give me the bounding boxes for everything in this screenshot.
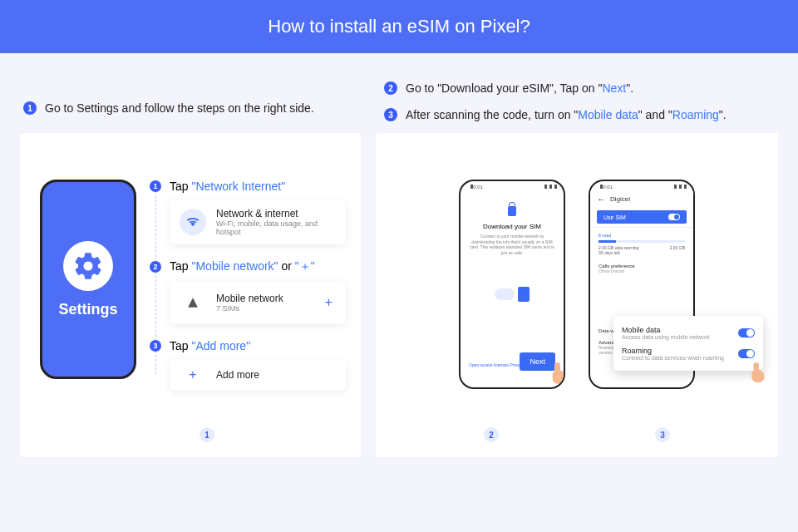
step-text: After scanning the code, turn on "Mobile…: [406, 108, 727, 121]
substep-3: 3 Tap "Add more" + Add more: [150, 339, 346, 391]
panel-badge-3: 3: [655, 427, 670, 442]
step-1: 1 Go to Settings and follow the steps on…: [23, 101, 364, 115]
step-3: 3 After scanning the code, turn on "Mobi…: [384, 108, 775, 121]
substep-1: 1 Tap "Network Internet" Network & inter…: [150, 180, 346, 244]
lock-icon: [508, 206, 516, 216]
calls-preference-row[interactable]: Calls preferenceChina Unicom: [590, 260, 693, 277]
wifi-icon: [180, 209, 206, 235]
page-title: How to install an eSIM on Pixel?: [268, 16, 530, 37]
panel-1: Settings 1 Tap "Network Internet" Networ…: [20, 133, 361, 457]
roaming-row[interactable]: RoamingConnect to data services when roa…: [622, 343, 755, 364]
status-bar: 10:01: [461, 181, 564, 191]
back-arrow-icon: ←: [597, 195, 605, 204]
pointing-hand-icon: [748, 361, 770, 382]
signal-icon: [180, 289, 206, 316]
substeps: 1 Tap "Network Internet" Network & inter…: [150, 180, 346, 457]
step-number: 1: [23, 101, 37, 115]
step-text: Go to Settings and follow the steps on t…: [45, 101, 314, 115]
use-sim-row[interactable]: Use SIM: [597, 210, 687, 224]
data-usage-section: 8 used 2.00 GB data warning2.00 GB 30 da…: [590, 228, 693, 260]
download-sim-desc: Connect to your mobile network by downlo…: [469, 234, 555, 255]
toggle-icon[interactable]: [738, 349, 755, 358]
pointing-hand-icon: [549, 361, 565, 384]
mobile-network-card[interactable]: Mobile network 7 SIMs +: [170, 281, 346, 324]
add-more-card[interactable]: + Add more: [170, 359, 346, 391]
status-bar: 10:01: [590, 181, 693, 191]
page-header: How to install an eSIM on Pixel?: [0, 0, 798, 53]
cloud-illustration: [469, 275, 555, 313]
step-number: 2: [384, 81, 397, 95]
settings-phone: Settings: [40, 180, 136, 379]
mobile-data-row[interactable]: Mobile dataAccess data using mobile netw…: [622, 323, 755, 343]
illustration-panels: Settings 1 Tap "Network Internet" Networ…: [0, 121, 798, 457]
step-number: 3: [384, 108, 397, 121]
panel-2-3: 10:01 Download your SIM Connect to your …: [376, 133, 778, 457]
panel-badge-2: 2: [484, 427, 499, 442]
settings-label: Settings: [58, 301, 117, 318]
toggles-overlay: Mobile dataAccess data using mobile netw…: [613, 316, 763, 371]
plus-icon: +: [180, 367, 206, 382]
toggle-icon[interactable]: [668, 214, 680, 220]
step-text: Go to "Download your eSIM", Tap on "Next…: [406, 81, 633, 95]
step-2: 2 Go to "Download your eSIM", Tap on "Ne…: [384, 81, 775, 95]
substep-2: 2 Tap "Mobile network" or "＋" Mobile net…: [150, 259, 346, 324]
download-sim-title: Download your SIM: [469, 223, 555, 230]
panel-badge-1: 1: [200, 427, 214, 442]
carrier-header: ←Digicel: [590, 191, 693, 207]
download-sim-phone: 10:01 Download your SIM Connect to your …: [459, 180, 565, 389]
toggle-icon[interactable]: [738, 328, 755, 337]
plus-icon[interactable]: +: [325, 295, 336, 310]
gear-icon: [63, 241, 113, 291]
instruction-steps: 1 Go to Settings and follow the steps on…: [0, 53, 798, 121]
network-internet-card[interactable]: Network & internet Wi-Fi, mobile, data u…: [170, 200, 346, 244]
